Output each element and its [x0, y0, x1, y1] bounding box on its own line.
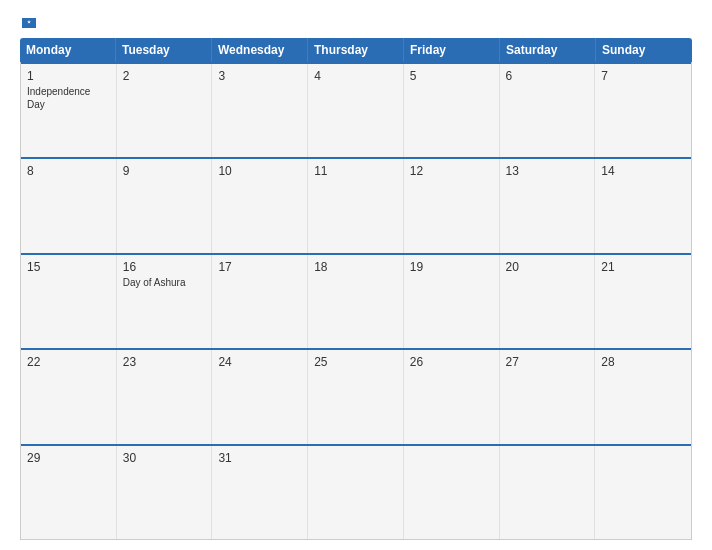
header: [20, 18, 692, 28]
calendar-row-1: 891011121314: [21, 157, 691, 252]
day-of-week-thursday: Thursday: [308, 38, 404, 62]
day-number: 9: [123, 164, 206, 178]
calendar-cell: 21: [595, 255, 691, 348]
holiday-label: Independence Day: [27, 85, 110, 111]
day-number: 10: [218, 164, 301, 178]
day-number: 18: [314, 260, 397, 274]
day-number: 19: [410, 260, 493, 274]
calendar-cell: 4: [308, 64, 404, 157]
calendar-cell: 5: [404, 64, 500, 157]
day-number: 13: [506, 164, 589, 178]
calendar-header: MondayTuesdayWednesdayThursdayFridaySatu…: [20, 38, 692, 62]
calendar-row-3: 22232425262728: [21, 348, 691, 443]
calendar-cell: 14: [595, 159, 691, 252]
day-number: 2: [123, 69, 206, 83]
day-number: 15: [27, 260, 110, 274]
day-number: 1: [27, 69, 110, 83]
page: MondayTuesdayWednesdayThursdayFridaySatu…: [0, 0, 712, 550]
calendar-cell: 15: [21, 255, 117, 348]
day-of-week-wednesday: Wednesday: [212, 38, 308, 62]
calendar-cell: 11: [308, 159, 404, 252]
calendar-cell: 2: [117, 64, 213, 157]
logo: [20, 18, 36, 28]
calendar-cell: [595, 446, 691, 539]
day-number: 20: [506, 260, 589, 274]
calendar-cell: [404, 446, 500, 539]
calendar-cell: 3: [212, 64, 308, 157]
calendar-cell: 17: [212, 255, 308, 348]
day-number: 23: [123, 355, 206, 369]
day-number: 3: [218, 69, 301, 83]
day-number: 12: [410, 164, 493, 178]
day-number: 27: [506, 355, 589, 369]
calendar-cell: 13: [500, 159, 596, 252]
calendar-body: 1Independence Day2345678910111213141516D…: [20, 62, 692, 540]
day-number: 6: [506, 69, 589, 83]
day-number: 22: [27, 355, 110, 369]
day-number: 8: [27, 164, 110, 178]
day-number: 5: [410, 69, 493, 83]
calendar-row-2: 1516Day of Ashura1718192021: [21, 253, 691, 348]
calendar-cell: 1Independence Day: [21, 64, 117, 157]
calendar-cell: [500, 446, 596, 539]
day-of-week-sunday: Sunday: [596, 38, 692, 62]
day-number: 16: [123, 260, 206, 274]
logo-flag-icon: [22, 18, 36, 28]
day-of-week-monday: Monday: [20, 38, 116, 62]
calendar-cell: 16Day of Ashura: [117, 255, 213, 348]
day-number: 21: [601, 260, 685, 274]
calendar-cell: [308, 446, 404, 539]
calendar-cell: 18: [308, 255, 404, 348]
calendar-cell: 9: [117, 159, 213, 252]
calendar-cell: 8: [21, 159, 117, 252]
day-number: 25: [314, 355, 397, 369]
day-number: 26: [410, 355, 493, 369]
logo-blue-text: [20, 18, 36, 28]
calendar-row-4: 293031: [21, 444, 691, 539]
day-number: 30: [123, 451, 206, 465]
day-number: 7: [601, 69, 685, 83]
calendar-cell: 26: [404, 350, 500, 443]
day-number: 31: [218, 451, 301, 465]
day-number: 17: [218, 260, 301, 274]
day-of-week-friday: Friday: [404, 38, 500, 62]
calendar-cell: 19: [404, 255, 500, 348]
day-number: 14: [601, 164, 685, 178]
calendar-row-0: 1Independence Day234567: [21, 62, 691, 157]
calendar-cell: 31: [212, 446, 308, 539]
calendar-cell: 10: [212, 159, 308, 252]
svg-rect-0: [22, 18, 36, 28]
day-number: 4: [314, 69, 397, 83]
calendar-cell: 20: [500, 255, 596, 348]
calendar-cell: 25: [308, 350, 404, 443]
calendar-cell: 7: [595, 64, 691, 157]
calendar-cell: 22: [21, 350, 117, 443]
day-of-week-tuesday: Tuesday: [116, 38, 212, 62]
calendar-cell: 24: [212, 350, 308, 443]
day-number: 29: [27, 451, 110, 465]
day-number: 11: [314, 164, 397, 178]
calendar: MondayTuesdayWednesdayThursdayFridaySatu…: [20, 38, 692, 540]
calendar-cell: 30: [117, 446, 213, 539]
holiday-label: Day of Ashura: [123, 276, 206, 289]
day-number: 28: [601, 355, 685, 369]
day-of-week-saturday: Saturday: [500, 38, 596, 62]
calendar-cell: 12: [404, 159, 500, 252]
calendar-cell: 28: [595, 350, 691, 443]
calendar-cell: 27: [500, 350, 596, 443]
calendar-cell: 29: [21, 446, 117, 539]
calendar-cell: 6: [500, 64, 596, 157]
day-number: 24: [218, 355, 301, 369]
calendar-cell: 23: [117, 350, 213, 443]
